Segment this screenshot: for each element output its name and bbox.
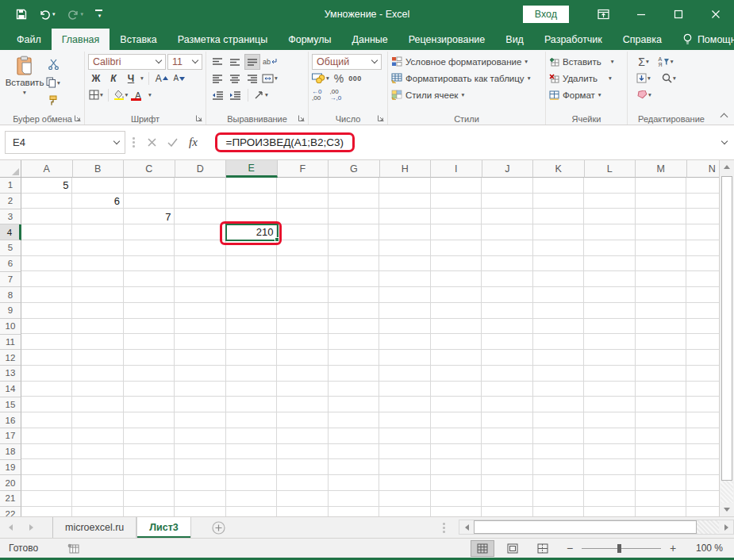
scroll-left-icon[interactable] [459,520,474,534]
bold-button[interactable]: Ж [88,71,104,86]
comma-style-icon[interactable]: 000 [348,75,362,82]
align-right-icon[interactable] [244,71,260,86]
column-header-N[interactable]: N [687,160,720,178]
ribbon-tab-file[interactable]: Файл [6,29,52,50]
horizontal-scrollbar-track[interactable] [697,520,719,534]
horizontal-scrollbar[interactable] [459,520,734,535]
next-sheet-icon[interactable] [21,517,41,538]
row-header-13[interactable]: 13 [0,366,21,382]
align-bottom-icon[interactable] [244,54,260,70]
row-header-15[interactable]: 15 [0,397,21,413]
cancel-icon[interactable] [142,132,163,154]
cell-C3[interactable]: 7 [124,209,175,225]
align-top-icon[interactable] [209,54,225,70]
ribbon-display-options-icon[interactable] [585,0,622,29]
cell-B2[interactable]: 6 [73,194,124,209]
formula-bar-handle[interactable] [133,137,135,148]
column-header-M[interactable]: M [636,160,687,178]
column-header-H[interactable]: H [380,160,432,178]
sort-filter-icon[interactable]: АЯ▾ [658,54,674,70]
page-break-view-icon[interactable] [531,540,555,557]
ribbon-tab-formulas[interactable]: Формулы [278,29,341,50]
paste-dropdown-icon[interactable]: ▾ [23,89,26,96]
column-header-A[interactable]: A [21,160,73,178]
percent-style-icon[interactable]: % [334,72,344,85]
scroll-down-icon[interactable] [720,503,734,516]
undo-button[interactable]: ▾ [39,10,56,20]
orientation-icon[interactable]: ▾ [253,87,269,103]
name-box[interactable]: E4 [5,131,125,154]
column-header-J[interactable]: J [482,160,534,178]
zoom-in-icon[interactable]: + [664,542,682,554]
column-header-C[interactable]: C [124,160,175,178]
page-layout-view-icon[interactable] [501,540,525,557]
ribbon-tab-view[interactable]: Вид [495,29,534,50]
add-sheet-icon[interactable] [212,517,225,538]
row-header-17[interactable]: 17 [0,428,21,444]
align-middle-icon[interactable] [227,54,243,70]
column-header-D[interactable]: D [175,160,227,178]
redo-button[interactable]: ▾ [67,10,84,20]
sheet-tab-sheet3[interactable]: Лист3 [136,517,190,538]
row-header-6[interactable]: 6 [0,256,21,272]
column-header-K[interactable]: K [533,160,585,178]
column-header-E[interactable]: E [226,160,278,178]
format-as-table-button[interactable]: Форматировать как таблицу▾ [391,70,542,86]
column-header-F[interactable]: F [278,160,329,178]
font-name-combo[interactable]: Calibri [88,54,166,70]
row-header-14[interactable]: 14 [0,382,21,397]
formula-input[interactable]: =ПРОИЗВЕД(A1;B2;C3) [226,136,344,148]
number-format-combo[interactable]: Общий [312,54,382,70]
row-header-11[interactable]: 11 [0,335,21,351]
decrease-indent-icon[interactable] [209,87,225,103]
row-header-12[interactable]: 12 [0,350,21,366]
column-header-B[interactable]: B [73,160,125,178]
zoom-slider[interactable] [582,548,661,549]
scroll-up-icon[interactable] [720,160,734,174]
find-select-icon[interactable]: ▾ [661,71,677,86]
align-center-icon[interactable] [227,71,243,86]
italic-button[interactable]: К [106,71,121,86]
save-icon[interactable] [16,9,27,20]
enter-icon[interactable] [163,132,183,154]
row-header-16[interactable]: 16 [0,412,21,428]
ribbon-tab-page-layout[interactable]: Разметка страницы [167,29,278,50]
paste-button[interactable]: Вставить ▾ [4,53,45,96]
ribbon-tab-assistant[interactable]: Помощн [672,29,734,50]
column-header-L[interactable]: L [585,160,636,178]
align-left-icon[interactable] [209,71,225,86]
delete-cells-button[interactable]: Удалить▾ [549,70,624,86]
wrap-text-icon[interactable]: ab [262,54,278,70]
sheet-tab-microexcel[interactable]: microexcel.ru [53,517,136,538]
vertical-scrollbar-thumb[interactable] [721,176,732,481]
copy-icon[interactable]: ▾ [45,75,61,90]
scroll-right-icon[interactable] [719,520,733,534]
underline-dropdown-icon[interactable]: ▾ [140,75,144,82]
collapse-ribbon-icon[interactable] [721,113,728,121]
row-header-21[interactable]: 21 [0,491,21,507]
zoom-level-label[interactable]: 100 % [682,543,723,554]
expand-formula-bar-icon[interactable] [721,138,728,144]
row-header-18[interactable]: 18 [0,444,21,460]
row-header-5[interactable]: 5 [0,240,21,256]
tab-scrollbar-splitter[interactable] [443,523,445,533]
cell-A1[interactable]: 5 [21,178,72,194]
insert-function-icon[interactable]: fx [183,132,204,154]
customize-quick-access-icon[interactable]: ▾ [95,10,102,18]
row-header-20[interactable]: 20 [0,475,21,491]
number-dialog-launcher-icon[interactable] [377,114,385,122]
fill-color-icon[interactable]: ▾ [113,87,129,103]
row-header-3[interactable]: 3 [0,209,21,225]
row-header-9[interactable]: 9 [0,303,21,319]
decrease-decimal-icon[interactable]: ,00→,0 [329,89,341,102]
clear-icon[interactable]: ▾ [636,87,651,103]
row-header-10[interactable]: 10 [0,319,21,335]
accounting-format-icon[interactable]: ▾ [312,71,329,86]
ribbon-tab-data[interactable]: Данные [342,29,398,50]
format-painter-icon[interactable] [45,93,61,109]
row-header-22[interactable]: 22 [0,507,21,516]
undo-dropdown-icon[interactable]: ▾ [52,11,56,17]
font-color-dropdown-icon[interactable]: ▾ [148,91,152,98]
row-header-4[interactable]: 4 [0,224,21,240]
ribbon-tab-help[interactable]: Справка [613,29,672,50]
